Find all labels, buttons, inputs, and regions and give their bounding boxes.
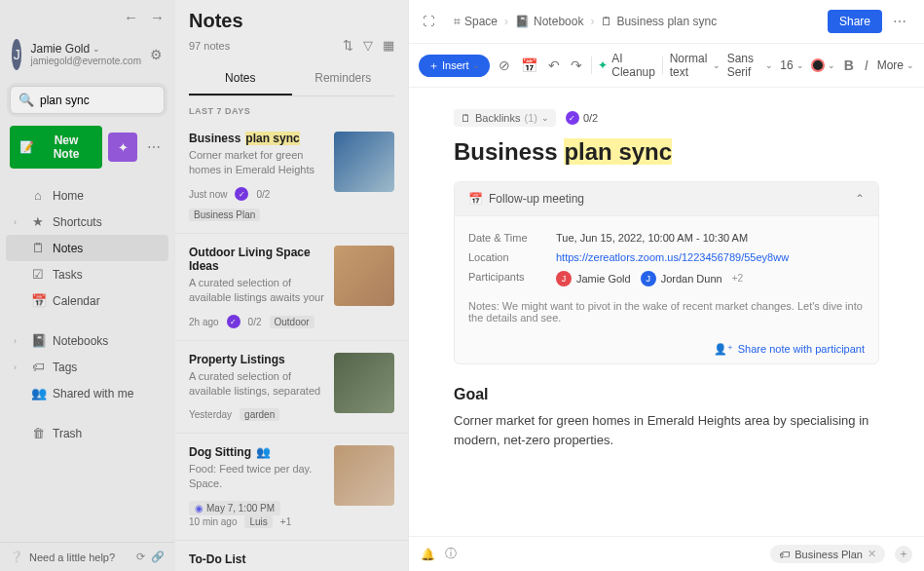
breadcrumb: ⛶ ⌗Space › 📓Notebook › 🗒Business plan sy… [409, 0, 924, 44]
ai-cleanup-button[interactable]: ✦AI Cleanup [598, 52, 655, 79]
undo-icon[interactable]: ↶ [546, 57, 562, 73]
note-thumbnail [334, 246, 394, 306]
help-icon: ❔ [10, 551, 23, 563]
note-thumbnail [334, 445, 394, 506]
reminder-icon[interactable]: 🔔 [421, 548, 435, 561]
sync-icon[interactable]: ⟳ [136, 551, 145, 563]
note-item[interactable]: Property Listings A curated selection of… [175, 341, 408, 434]
sidebar-item-trash[interactable]: 🗑Trash [6, 420, 168, 446]
nav-back-icon[interactable]: ← [124, 9, 138, 25]
meeting-notes: Notes: We might want to pivot in the wak… [468, 300, 865, 324]
more-icon[interactable]: ⋯ [143, 135, 165, 159]
bold-icon[interactable]: B [842, 57, 856, 73]
sidebar-item-tags[interactable]: ›🏷Tags [6, 354, 168, 380]
label-location: Location [468, 251, 556, 263]
section-last7: LAST 7 DAYS [175, 96, 408, 120]
notes-count: 97 notes [189, 40, 230, 52]
editor-footer: 🔔 ⓘ 🏷Business Plan✕ ＋ [409, 536, 924, 571]
text-style-select[interactable]: Normal text⌄ [670, 52, 721, 79]
user-block[interactable]: J Jamie Gold ⌄ jamiegold@evernote.com ⚙ [0, 33, 174, 80]
sidebar-item-notebooks[interactable]: ›📓Notebooks [6, 327, 168, 354]
sort-icon[interactable]: ⇅ [343, 38, 353, 53]
avatar: J [12, 39, 21, 70]
new-note-button[interactable]: 📝 New Note [10, 126, 102, 169]
fontsize-select[interactable]: 16⌄ [780, 58, 803, 72]
color-select[interactable]: ⌄ [811, 58, 835, 72]
goal-heading: Goal [454, 386, 879, 403]
note-thumbnail [334, 353, 394, 413]
toolbar-more[interactable]: More⌄ [877, 58, 914, 72]
ai-note-button[interactable]: ✦ [108, 133, 137, 162]
info-icon[interactable]: ⓘ [445, 546, 457, 562]
share-button[interactable]: Share [828, 10, 882, 33]
editor-pane: ⛶ ⌗Space › 📓Notebook › 🗒Business plan sy… [409, 0, 924, 571]
sidebar: ← → J Jamie Gold ⌄ jamiegold@evernote.co… [0, 0, 175, 571]
calendar-icon[interactable]: 📅 [519, 57, 539, 73]
sidebar-item-calendar[interactable]: 📅Calendar [6, 287, 168, 314]
note-thumbnail [334, 132, 394, 192]
italic-icon[interactable]: I [863, 57, 870, 73]
note-item[interactable]: Business plan sync Corner market for gre… [175, 120, 408, 234]
meeting-card: 📅Follow-up meeting ⌃ Date & Time Tue, Ju… [454, 181, 879, 364]
user-email: jamiegold@evernote.com [30, 56, 141, 67]
participant-more[interactable]: +2 [732, 273, 743, 284]
search-icon: 🔍 [18, 93, 34, 107]
note-tag[interactable]: 🏷Business Plan✕ [770, 545, 885, 563]
help-bar[interactable]: ❔ Need a little help? ⟳ 🔗 [0, 542, 174, 571]
redo-icon[interactable]: ↷ [569, 57, 584, 73]
toolbar: ＋Insert⌄ ⊘ 📅 ↶ ↷ ✦AI Cleanup Normal text… [409, 44, 924, 88]
val-datetime: Tue, Jun 15, 2022, 10:00 AM - 10:30 AM [556, 232, 865, 244]
link-icon[interactable]: 🔗 [151, 551, 165, 563]
font-select[interactable]: Sans Serif⌄ [727, 52, 774, 79]
tab-notes[interactable]: Notes [189, 62, 292, 95]
add-tag-icon[interactable]: ＋ [895, 546, 912, 563]
note-more-icon[interactable]: ⋯ [889, 10, 910, 33]
tab-reminders[interactable]: Reminders [292, 62, 395, 95]
task-icon[interactable]: ⊘ [497, 57, 512, 73]
collapse-icon[interactable]: ⌃ [855, 192, 865, 206]
meeting-link[interactable]: https://zereatlors.zoom.us/1223456789/55… [556, 251, 789, 263]
help-text: Need a little help? [29, 552, 115, 563]
backlinks-chip[interactable]: 🗒Backlinks (1)⌄ [454, 109, 556, 127]
sparkle-icon: ✦ [118, 140, 129, 155]
notes-heading: Notes [189, 10, 394, 32]
task-counter[interactable]: ✓0/2 [566, 111, 598, 125]
share-icon: 👤⁺ [714, 343, 733, 356]
share-with-participants[interactable]: 👤⁺Share note with participant [455, 335, 878, 363]
notes-column: Notes 97 notes ⇅ ▽ ▦ Notes Reminders LAS… [175, 0, 409, 571]
crumb-notebook[interactable]: 📓Notebook [515, 15, 583, 28]
filter-icon[interactable]: ▽ [363, 38, 373, 53]
goal-text[interactable]: Corner market for green homes in Emerald… [454, 411, 879, 449]
sidebar-item-home[interactable]: ⌂Home [6, 182, 168, 209]
crumb-space[interactable]: ⌗Space [454, 15, 498, 28]
sidebar-item-notes[interactable]: 🗒Notes [6, 235, 168, 261]
sidebar-item-shortcuts[interactable]: ›★Shortcuts [6, 209, 168, 235]
note-item[interactable]: Dog Sitting 👥 Food: Feed twice per day. … [175, 434, 408, 541]
expand-icon[interactable]: ⛶ [423, 15, 434, 28]
plus-note-icon: 📝 [19, 140, 34, 154]
sidebar-item-tasks[interactable]: ☑Tasks [6, 261, 168, 287]
note-item[interactable]: Outdoor Living Space Ideas A curated sel… [175, 234, 408, 341]
label-datetime: Date & Time [468, 232, 556, 244]
label-participants: Participants [468, 271, 556, 286]
note-item[interactable]: To-Do List Prep for client meeting and w… [175, 541, 408, 571]
view-icon[interactable]: ▦ [383, 38, 394, 53]
nav-forward-icon[interactable]: → [150, 9, 165, 25]
participant[interactable]: JJordan Dunn [641, 271, 722, 286]
meeting-title: Follow-up meeting [489, 192, 584, 206]
insert-button[interactable]: ＋Insert⌄ [419, 55, 490, 77]
user-name: Jamie Gold ⌄ [30, 42, 141, 56]
sidebar-item-shared-with-me[interactable]: 👥Shared with me [6, 380, 168, 406]
search-box[interactable]: 🔍 ✕ [10, 86, 165, 114]
crumb-note[interactable]: 🗒Business plan sync [601, 15, 717, 28]
calendar-icon: 📅 [468, 192, 483, 206]
participant[interactable]: JJamie Gold [556, 271, 631, 286]
search-input[interactable] [40, 94, 186, 107]
doc-title[interactable]: Business plan sync [454, 138, 879, 166]
gear-icon[interactable]: ⚙ [150, 47, 163, 62]
